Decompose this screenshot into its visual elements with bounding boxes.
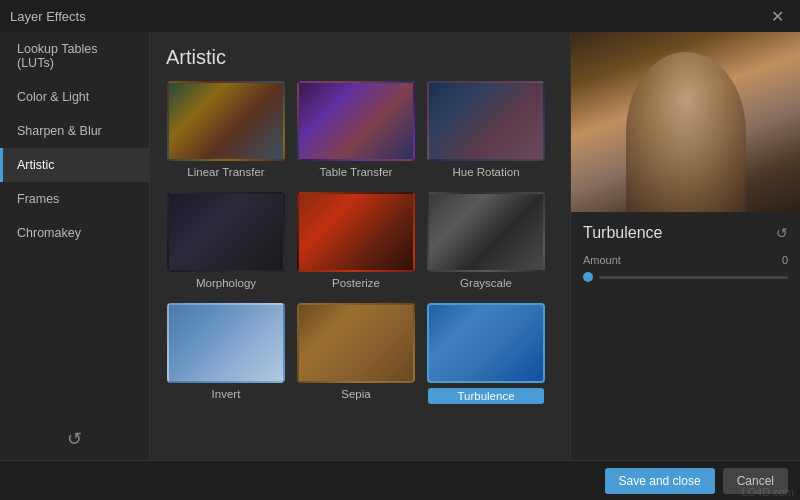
reset-all-icon[interactable]: ↺: [67, 428, 82, 450]
effect-sepia[interactable]: Sepia: [296, 301, 416, 406]
preview-image: [571, 32, 800, 212]
bottom-bar: Save and close Cancel: [0, 460, 800, 500]
effect-label-grayscale: Grayscale: [460, 277, 512, 289]
effect-label-invert: Invert: [212, 388, 241, 400]
param-value: 0: [782, 254, 788, 266]
effect-thumb-morphology: [167, 192, 285, 272]
window-title: Layer Effects: [10, 9, 86, 24]
preview-area: [571, 32, 800, 212]
sidebar-item-artistic[interactable]: Artistic: [0, 148, 149, 182]
effect-grayscale[interactable]: Grayscale: [426, 190, 546, 291]
cancel-button[interactable]: Cancel: [723, 468, 788, 494]
effect-settings: Turbulence ↺ Amount 0: [571, 212, 800, 460]
effect-label-posterize: Posterize: [332, 277, 380, 289]
effect-thumb-turbulence: [427, 303, 545, 383]
effect-hue-rotation[interactable]: Hue Rotation: [426, 79, 546, 180]
effect-thumb-linear-transfer: [167, 81, 285, 161]
effect-invert[interactable]: Invert: [166, 301, 286, 406]
right-panel: Turbulence ↺ Amount 0: [570, 32, 800, 460]
effect-name: Turbulence: [583, 224, 662, 242]
effect-morphology[interactable]: Morphology: [166, 190, 286, 291]
sidebar-item-lookup-tables[interactable]: Lookup Tables (LUTs): [0, 32, 149, 80]
sidebar-item-color-light[interactable]: Color & Light: [0, 80, 149, 114]
title-bar: Layer Effects ✕: [0, 0, 800, 32]
effect-thumb-invert: [167, 303, 285, 383]
slider-handle[interactable]: [583, 272, 593, 282]
effect-thumb-grayscale: [427, 192, 545, 272]
effect-label-table-transfer: Table Transfer: [320, 166, 393, 178]
effect-label-morphology: Morphology: [196, 277, 256, 289]
param-label: Amount: [583, 254, 621, 266]
reset-effect-button[interactable]: ↺: [776, 225, 788, 241]
slider-track[interactable]: [599, 276, 788, 279]
effect-label-turbulence: Turbulence: [428, 388, 544, 404]
save-and-close-button[interactable]: Save and close: [605, 468, 715, 494]
effect-table-transfer[interactable]: Table Transfer: [296, 79, 416, 180]
effect-linear-transfer[interactable]: Linear Transfer: [166, 79, 286, 180]
effect-label-linear-transfer: Linear Transfer: [187, 166, 264, 178]
effect-thumb-table-transfer: [297, 81, 415, 161]
main-content: Lookup Tables (LUTs) Color & Light Sharp…: [0, 32, 800, 460]
effect-name-row: Turbulence ↺: [583, 224, 788, 242]
app-window: Layer Effects ✕ Lookup Tables (LUTs) Col…: [0, 0, 800, 500]
param-label-row: Amount 0: [583, 254, 788, 266]
slider-container: [583, 272, 788, 282]
preview-figure: [626, 52, 746, 212]
sidebar-footer: ↺: [0, 418, 149, 460]
effect-thumb-sepia: [297, 303, 415, 383]
content-area: Artistic Linear Transfer Table Transfer …: [150, 32, 570, 460]
effect-turbulence[interactable]: Turbulence: [426, 301, 546, 406]
effect-thumb-hue-rotation: [427, 81, 545, 161]
effect-label-hue-rotation: Hue Rotation: [452, 166, 519, 178]
effect-thumb-posterize: [297, 192, 415, 272]
content-header: Artistic: [150, 32, 570, 79]
sidebar: Lookup Tables (LUTs) Color & Light Sharp…: [0, 32, 150, 460]
effect-posterize[interactable]: Posterize: [296, 190, 416, 291]
sidebar-item-frames[interactable]: Frames: [0, 182, 149, 216]
close-button[interactable]: ✕: [765, 5, 790, 28]
sidebar-item-sharpen-blur[interactable]: Sharpen & Blur: [0, 114, 149, 148]
effects-grid: Linear Transfer Table Transfer Hue Rotat…: [150, 79, 570, 416]
sidebar-spacer: [0, 250, 149, 418]
sidebar-item-chromakey[interactable]: Chromakey: [0, 216, 149, 250]
effect-label-sepia: Sepia: [341, 388, 370, 400]
